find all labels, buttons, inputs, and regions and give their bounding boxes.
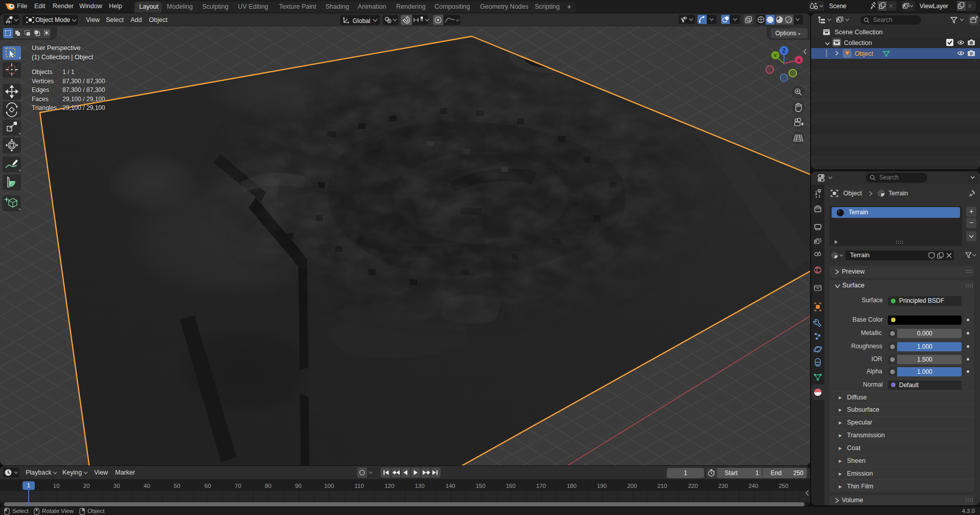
svg-text:Y: Y: [774, 53, 777, 58]
svg-text:Z: Z: [782, 48, 786, 54]
svg-text:X: X: [797, 57, 801, 63]
